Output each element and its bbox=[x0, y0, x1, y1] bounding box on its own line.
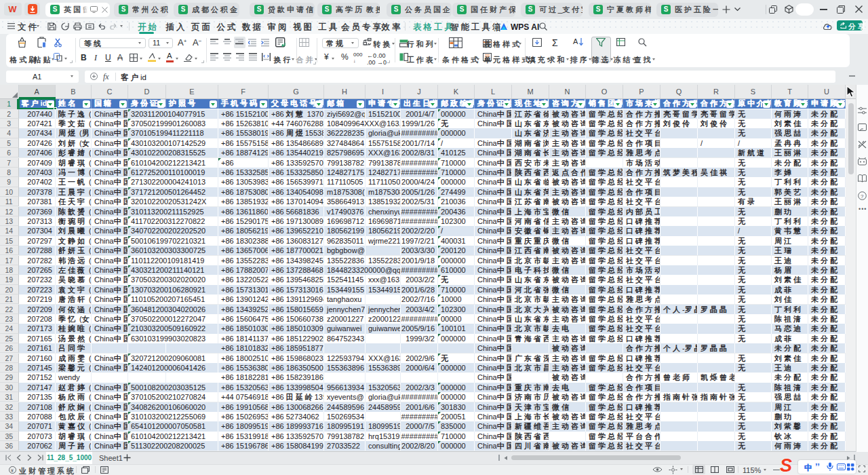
svg-text:¥: ¥ bbox=[11, 468, 14, 473]
svg-text:?: ? bbox=[861, 193, 864, 200]
